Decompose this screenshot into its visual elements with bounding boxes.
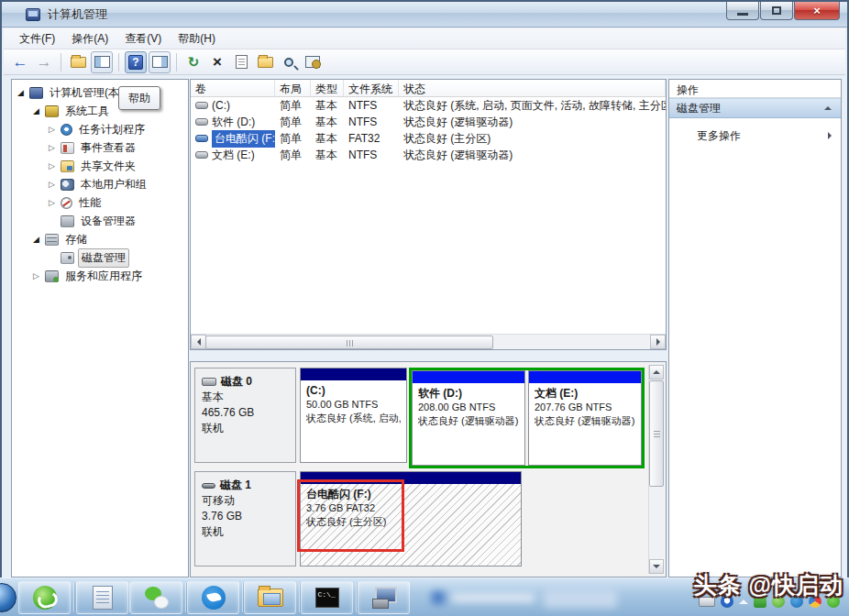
tree-item-disk-management[interactable]: 磁盘管理	[12, 248, 188, 267]
forward-icon: →	[37, 53, 52, 72]
delete-button[interactable]: ×	[206, 51, 228, 73]
partition-f-selected[interactable]: 台电酷闪 (F:) 3.76 GB FAT32 状态良好 (主分区)	[300, 471, 522, 566]
column-type[interactable]: 类型	[311, 80, 344, 96]
refresh-button[interactable]: ↻	[182, 51, 204, 73]
show-action-pane-button[interactable]	[149, 51, 171, 73]
delete-icon: ×	[213, 53, 222, 72]
help-button[interactable]: ?	[125, 51, 147, 73]
taskbar-button-explorer[interactable]	[244, 581, 296, 614]
tree-item-label[interactable]: 存储	[62, 231, 90, 248]
tree-item-label[interactable]: 系统工具	[62, 103, 112, 120]
scroll-down-button[interactable]	[649, 559, 664, 574]
taskbar-button-cmd[interactable]: C:\_	[301, 581, 353, 614]
tree-item-label[interactable]: 共享文件夹	[78, 158, 138, 175]
taskbar-button-notepad[interactable]	[76, 581, 128, 614]
column-status[interactable]: 状态	[399, 80, 666, 96]
partition-band-primary	[301, 368, 406, 380]
scroll-left-button[interactable]	[191, 335, 206, 349]
minimize-button[interactable]	[726, 2, 759, 20]
volume-row-c[interactable]: (C:) 简单 基本 NTFS 状态良好 (系统, 启动, 页面文件, 活动, …	[191, 97, 666, 114]
volume-name: 软件 (D:)	[212, 115, 255, 130]
partition-e[interactable]: 文档 (E:) 207.76 GB NTFS 状态良好 (逻辑驱动器)	[528, 370, 642, 466]
tree-item-system-tools[interactable]: ◢ 系统工具	[12, 102, 188, 120]
tree-item-label[interactable]: 任务计划程序	[76, 121, 148, 138]
up-level-button[interactable]	[67, 51, 89, 73]
more-actions-item[interactable]: 更多操作	[669, 126, 841, 146]
volume-row-e[interactable]: 文档 (E:) 简单 基本 NTFS 状态良好 (逻辑驱动器)	[191, 147, 666, 163]
start-button[interactable]	[0, 583, 17, 612]
collapsed-icon[interactable]: ▷	[47, 161, 57, 170]
find-button[interactable]	[278, 51, 300, 73]
expanded-icon[interactable]: ◢	[31, 235, 41, 244]
tree-item-label[interactable]: 事件查看器	[78, 139, 138, 157]
expanded-icon[interactable]: ◢	[16, 88, 26, 97]
menu-file[interactable]: 文件(F)	[11, 28, 63, 50]
collapsed-icon[interactable]: ▷	[47, 125, 57, 134]
collapsed-icon[interactable]: ▷	[31, 271, 41, 280]
tree-item-device-manager[interactable]: 设备管理器	[12, 212, 188, 230]
disk-graphical-view: 磁盘 0 基本 465.76 GB 联机 (C:) 50.00 GB NTFS …	[190, 361, 667, 578]
tree-item-event-viewer[interactable]: ▷ 事件查看器	[12, 138, 188, 157]
help-icon: ?	[128, 55, 143, 70]
column-volume[interactable]: 卷	[191, 80, 275, 96]
collapse-icon[interactable]	[824, 106, 832, 110]
menu-help[interactable]: 帮助(H)	[170, 28, 224, 50]
show-console-tree-button[interactable]	[91, 51, 113, 73]
volume-type: 基本	[311, 115, 344, 130]
vertical-scrollbar[interactable]	[648, 365, 664, 574]
column-layout[interactable]: 布局	[275, 80, 311, 96]
close-button[interactable]: ×	[794, 2, 840, 20]
tree-item-label[interactable]: 本地用户和组	[78, 176, 149, 193]
properties-button[interactable]	[230, 51, 252, 73]
open-folder-icon	[258, 57, 273, 68]
menu-view[interactable]: 查看(V)	[116, 28, 170, 50]
partition-c[interactable]: (C:) 50.00 GB NTFS 状态良好 (系统, 启动,	[300, 368, 407, 463]
taskbar-button-dingtalk[interactable]	[187, 581, 239, 614]
open-button[interactable]	[254, 51, 276, 73]
column-filesystem[interactable]: 文件系统	[344, 80, 399, 96]
tree-item-shared-folders[interactable]: ▷ 共享文件夹	[12, 157, 188, 175]
help-tooltip: 帮助	[118, 86, 160, 110]
scroll-up-button[interactable]	[649, 365, 664, 380]
disk-1-label[interactable]: 磁盘 1 可移动 3.76 GB 联机	[194, 471, 296, 566]
console-tree-icon	[94, 56, 110, 68]
tree-item-storage[interactable]: ◢ 存储	[12, 230, 188, 248]
back-button[interactable]: ←	[9, 51, 31, 73]
tree-item-local-users[interactable]: ▷ 本地用户和组	[12, 175, 188, 193]
properties-icon	[236, 55, 248, 69]
expanded-icon[interactable]: ◢	[31, 106, 41, 116]
volume-layout: 简单	[275, 98, 311, 114]
taskbar-button-wechat[interactable]	[130, 581, 182, 614]
tree-item-label[interactable]: 设备管理器	[78, 213, 138, 230]
taskbar-button-computer-management[interactable]	[358, 581, 410, 614]
disk-0-label[interactable]: 磁盘 0 基本 465.76 GB 联机	[194, 368, 296, 463]
volume-row-d[interactable]: 软件 (D:) 简单 基本 NTFS 状态良好 (逻辑驱动器)	[191, 114, 666, 130]
settings-button[interactable]	[302, 51, 324, 73]
tree-item-label[interactable]: 性能	[76, 194, 104, 212]
taskbar-button-360-browser[interactable]	[18, 581, 71, 614]
title-bar[interactable]: 计算机管理 ×	[2, 2, 847, 28]
menu-action[interactable]: 操作(A)	[63, 28, 116, 50]
collapsed-icon[interactable]: ▷	[47, 143, 57, 152]
scroll-right-button[interactable]	[650, 335, 666, 349]
partition-d[interactable]: 软件 (D:) 208.00 GB NTFS 状态良好 (逻辑驱动器)	[412, 370, 525, 466]
storage-icon	[45, 234, 59, 246]
tree-item-services[interactable]: ▷ 服务和应用程序	[12, 267, 188, 285]
collapsed-icon[interactable]: ▷	[47, 198, 57, 207]
tree-item-root[interactable]: ◢ 计算机管理(本地)	[12, 83, 188, 102]
collapsed-icon[interactable]: ▷	[47, 180, 57, 189]
notepad-icon	[93, 586, 113, 610]
horizontal-scrollbar[interactable]	[191, 334, 666, 349]
scrollbar-thumb[interactable]	[649, 380, 664, 487]
forward-button[interactable]: →	[33, 51, 55, 73]
tree-item-performance[interactable]: ▷ 性能	[12, 193, 188, 212]
scroll-right-icon	[656, 338, 660, 346]
toolbar-separator	[61, 53, 61, 72]
scrollbar-thumb[interactable]	[205, 336, 493, 349]
volume-row-f-selected[interactable]: 台电酷闪 (F:) 简单 基本 FAT32 状态良好 (主分区)	[191, 130, 666, 147]
tree-item-label[interactable]: 服务和应用程序	[62, 268, 145, 285]
disk-management-section-header[interactable]: 磁盘管理	[669, 98, 841, 118]
tree-item-task-scheduler[interactable]: ▷ 任务计划程序	[12, 120, 188, 138]
maximize-button[interactable]	[760, 2, 793, 20]
tree-item-label-selected[interactable]: 磁盘管理	[78, 248, 129, 268]
